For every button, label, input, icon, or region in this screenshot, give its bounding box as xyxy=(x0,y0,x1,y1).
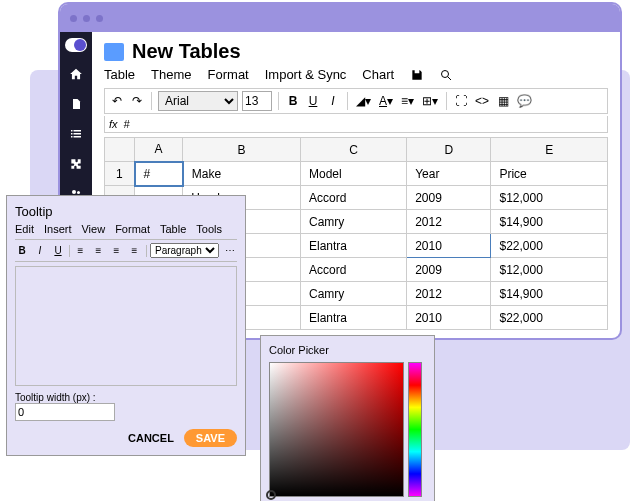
svg-rect-0 xyxy=(71,130,73,132)
row-header[interactable]: 1 xyxy=(105,162,135,186)
tp-menu-edit[interactable]: Edit xyxy=(15,223,34,235)
color-canvas[interactable] xyxy=(269,362,404,497)
undo-icon[interactable]: ↶ xyxy=(109,91,125,111)
cell[interactable]: Camry xyxy=(300,282,406,306)
cell[interactable]: Elantra xyxy=(300,306,406,330)
color-picker-panel: Color Picker xyxy=(260,335,435,501)
col-header[interactable]: C xyxy=(300,138,406,162)
cell[interactable]: 2010 xyxy=(407,234,491,258)
text-color-icon[interactable]: A▾ xyxy=(377,91,395,111)
border-icon[interactable]: ⊞▾ xyxy=(420,91,440,111)
cell[interactable]: $12,000 xyxy=(491,258,608,282)
tp-menu-insert[interactable]: Insert xyxy=(44,223,72,235)
align-center-icon[interactable]: ≡ xyxy=(92,245,106,256)
cell[interactable]: Make xyxy=(183,162,301,186)
cell[interactable]: 2009 xyxy=(407,186,491,210)
color-picker-title: Color Picker xyxy=(269,344,426,356)
svg-point-6 xyxy=(72,190,76,194)
comment-icon[interactable]: 💬 xyxy=(515,91,534,111)
cell[interactable]: 2009 xyxy=(407,258,491,282)
page-title: New Tables xyxy=(104,40,608,63)
menu-chart[interactable]: Chart xyxy=(362,67,394,82)
expand-icon[interactable]: ⛶ xyxy=(453,91,469,111)
svg-rect-1 xyxy=(74,130,82,132)
align-right-icon[interactable]: ≡ xyxy=(110,245,124,256)
puzzle-icon[interactable] xyxy=(68,156,84,172)
svg-line-9 xyxy=(448,76,452,80)
cell[interactable]: # xyxy=(135,162,183,186)
font-select[interactable]: Arial xyxy=(158,91,238,111)
cell[interactable]: Price xyxy=(491,162,608,186)
menu-format[interactable]: Format xyxy=(208,67,249,82)
cell[interactable]: 2010 xyxy=(407,306,491,330)
svg-rect-3 xyxy=(74,133,82,135)
cell[interactable]: Camry xyxy=(300,210,406,234)
col-header[interactable]: A xyxy=(135,138,183,162)
tooltip-menubar: Edit Insert View Format Table Tools xyxy=(15,223,237,235)
cell[interactable]: Accord xyxy=(300,258,406,282)
save-button[interactable]: SAVE xyxy=(184,429,237,447)
code-icon[interactable]: <> xyxy=(473,91,491,111)
tp-menu-format[interactable]: Format xyxy=(115,223,150,235)
fx-label: fx xyxy=(109,118,118,130)
list-icon[interactable] xyxy=(68,126,84,142)
bold-icon[interactable]: B xyxy=(285,91,301,111)
color-cursor-icon[interactable] xyxy=(266,490,276,500)
corner-cell[interactable] xyxy=(105,138,135,162)
hue-slider[interactable] xyxy=(408,362,422,497)
cell[interactable]: Year xyxy=(407,162,491,186)
cell[interactable]: $12,000 xyxy=(491,186,608,210)
bold-icon[interactable]: B xyxy=(15,245,29,256)
window-dot xyxy=(96,15,103,22)
cell[interactable]: $22,000 xyxy=(491,306,608,330)
tp-menu-table[interactable]: Table xyxy=(160,223,186,235)
align-icon[interactable]: ≡▾ xyxy=(399,91,416,111)
redo-icon[interactable]: ↷ xyxy=(129,91,145,111)
cancel-button[interactable]: CANCEL xyxy=(128,432,174,444)
paragraph-select[interactable]: Paragraph xyxy=(150,243,219,258)
grid-icon[interactable]: ▦ xyxy=(495,91,511,111)
tp-menu-tools[interactable]: Tools xyxy=(196,223,222,235)
cell[interactable]: Accord xyxy=(300,186,406,210)
menu-theme[interactable]: Theme xyxy=(151,67,191,82)
tooltip-editor[interactable] xyxy=(15,266,237,386)
menu-table[interactable]: Table xyxy=(104,67,135,82)
svg-point-7 xyxy=(77,191,80,194)
fx-value[interactable]: # xyxy=(124,118,130,130)
tooltip-width-label: Tooltip width (px) : xyxy=(15,392,237,403)
more-icon[interactable]: ⋯ xyxy=(223,245,237,256)
search-icon[interactable] xyxy=(440,69,452,81)
cell[interactable]: 2012 xyxy=(407,282,491,306)
cell[interactable]: $14,900 xyxy=(491,282,608,306)
underline-icon[interactable]: U xyxy=(305,91,321,111)
svg-rect-4 xyxy=(71,136,73,138)
cell[interactable]: $14,900 xyxy=(491,210,608,234)
align-justify-icon[interactable]: ≡ xyxy=(128,245,142,256)
tooltip-title: Tooltip xyxy=(15,204,237,219)
toggle-icon[interactable] xyxy=(65,38,87,52)
format-toolbar: ↶ ↷ Arial B U I ◢▾ A▾ ≡▾ ⊞▾ ⛶ <> ▦ 💬 xyxy=(104,88,608,114)
tp-menu-view[interactable]: View xyxy=(81,223,105,235)
underline-icon[interactable]: U xyxy=(51,245,65,256)
menu-import-sync[interactable]: Import & Sync xyxy=(265,67,347,82)
italic-icon[interactable]: I xyxy=(325,91,341,111)
font-size-input[interactable] xyxy=(242,91,272,111)
svg-point-8 xyxy=(442,70,449,77)
home-icon[interactable] xyxy=(68,66,84,82)
save-icon[interactable] xyxy=(410,68,424,82)
col-header[interactable]: E xyxy=(491,138,608,162)
col-header[interactable]: D xyxy=(407,138,491,162)
italic-icon[interactable]: I xyxy=(33,245,47,256)
cell[interactable]: Elantra xyxy=(300,234,406,258)
cell[interactable]: 2012 xyxy=(407,210,491,234)
tooltip-width-input[interactable] xyxy=(15,403,115,421)
cell[interactable]: $22,000 xyxy=(491,234,608,258)
window-dot xyxy=(70,15,77,22)
svg-rect-2 xyxy=(71,133,73,135)
file-icon[interactable] xyxy=(68,96,84,112)
formula-bar: fx # xyxy=(104,116,608,133)
cell[interactable]: Model xyxy=(300,162,406,186)
align-left-icon[interactable]: ≡ xyxy=(74,245,88,256)
fill-color-icon[interactable]: ◢▾ xyxy=(354,91,373,111)
col-header[interactable]: B xyxy=(183,138,301,162)
